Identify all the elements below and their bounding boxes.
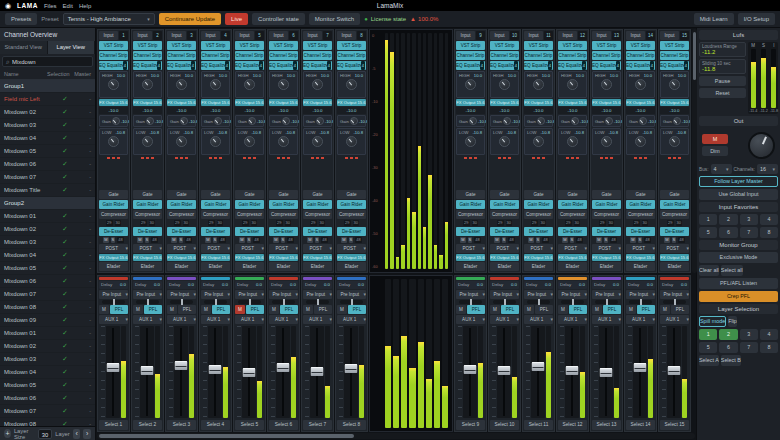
select-button[interactable]: Select 15 <box>660 420 689 430</box>
bus-select[interactable]: 4▾ <box>711 164 732 174</box>
efader-button[interactable]: Efader <box>660 262 689 271</box>
layer-next-button[interactable]: › <box>83 429 91 439</box>
gain-rider-button[interactable]: Gain Rider <box>660 200 689 209</box>
eq-button[interactable]: EQ Equalizer4 <box>235 61 264 70</box>
band-low-knob[interactable] <box>312 136 323 147</box>
fx-output-button[interactable]: FX Output 15.6 <box>303 99 332 106</box>
eq-button[interactable]: EQ Equalizer4 <box>201 61 230 70</box>
compressor-button[interactable]: Compressor <box>133 210 162 219</box>
eq-button[interactable]: EQ Equalizer4 <box>303 61 332 70</box>
input-button[interactable]: Input <box>269 31 288 40</box>
fader-cap[interactable] <box>141 366 154 375</box>
gain-rider-button[interactable]: Gain Rider <box>524 200 553 209</box>
fx-output-button-2[interactable]: FX Output 15.6 <box>456 254 485 261</box>
check-icon[interactable]: ✓ <box>53 329 77 337</box>
monitor-mute-button[interactable]: M <box>702 134 728 144</box>
vst-strip-button[interactable]: VST Strip <box>558 41 587 50</box>
vst-strip-button[interactable]: VST Strip <box>626 41 655 50</box>
gain-rider-button[interactable]: Gain Rider <box>558 200 587 209</box>
efader-button[interactable]: Efader <box>490 262 519 271</box>
post-select[interactable]: POST▾ <box>133 244 162 253</box>
fx-output-button-2[interactable]: FX Output 15.6 <box>626 254 655 261</box>
channel-strip-button[interactable]: Channel Strip <box>660 51 689 60</box>
pfl-button[interactable]: PFL <box>246 305 264 314</box>
gain-knob[interactable] <box>503 117 511 125</box>
post-select[interactable]: POST▾ <box>303 244 332 253</box>
gate-button[interactable]: Gate <box>133 190 162 199</box>
layer-button[interactable]: 6 <box>719 342 737 353</box>
efader-button[interactable]: Efader <box>337 262 366 271</box>
gain-rider-button[interactable]: Gain Rider <box>626 200 655 209</box>
vst-strip-button[interactable]: VST Strip <box>490 41 519 50</box>
band-high-knob[interactable] <box>346 79 357 90</box>
efader-button[interactable]: Efader <box>456 262 485 271</box>
eq-button[interactable]: EQ Equalizer4 <box>133 61 162 70</box>
input-button[interactable]: Input <box>201 31 220 40</box>
check-icon[interactable]: ✓ <box>53 95 77 103</box>
pan-slider[interactable] <box>629 300 652 304</box>
pre-input-select[interactable]: Pre Input▾ <box>660 290 689 299</box>
menu-files[interactable]: Files <box>44 3 57 9</box>
layer-button[interactable]: 5 <box>699 342 717 353</box>
select-button[interactable]: Select 3 <box>167 420 196 430</box>
list-item[interactable]: Mixdown 06✓- <box>0 158 95 171</box>
compressor-button[interactable]: Compressor <box>235 210 264 219</box>
mute-button[interactable]: M <box>626 305 636 314</box>
deesser-button[interactable]: De-Esser <box>303 227 332 236</box>
eq-button[interactable]: EQ Equalizer4 <box>337 61 366 70</box>
channels-select[interactable]: 16▾ <box>757 164 778 174</box>
post-select[interactable]: POST▾ <box>558 244 587 253</box>
post-select[interactable]: POST▾ <box>626 244 655 253</box>
deesser-button[interactable]: De-Esser <box>592 227 621 236</box>
spill-mode-button[interactable]: Spill mode <box>699 316 726 327</box>
gain-knob[interactable] <box>112 117 120 125</box>
mute-button[interactable]: M <box>269 305 279 314</box>
check-icon[interactable]: ✓ <box>53 381 77 389</box>
gate-button[interactable]: Gate <box>592 190 621 199</box>
fx-output-button[interactable]: FX Output 15.6 <box>99 99 128 106</box>
channel-strip-button[interactable]: Channel Strip <box>456 51 485 60</box>
compressor-button[interactable]: Compressor <box>626 210 655 219</box>
fx-output-button[interactable]: FX Output 15.6 <box>201 99 230 106</box>
pfl-button[interactable]: PFL <box>178 305 196 314</box>
layer-button[interactable]: 3 <box>740 329 758 340</box>
input-button[interactable]: Input <box>558 31 577 40</box>
pre-input-select[interactable]: Pre Input▾ <box>133 290 162 299</box>
band-low-knob[interactable] <box>567 136 578 147</box>
pan-thumb[interactable] <box>674 299 676 305</box>
channel-strip-button[interactable]: Channel Strip <box>558 51 587 60</box>
compressor-button[interactable]: Compressor <box>660 210 689 219</box>
channel-strip-button[interactable]: Channel Strip <box>269 51 298 60</box>
add-icon[interactable]: + <box>4 429 11 438</box>
check-icon[interactable]: ✓ <box>53 238 77 246</box>
channel-strip-button[interactable]: Channel Strip <box>201 51 230 60</box>
pan-thumb[interactable] <box>317 299 319 305</box>
fader-cap[interactable] <box>600 368 613 377</box>
pre-input-select[interactable]: Pre Input▾ <box>592 290 621 299</box>
pan-slider[interactable] <box>238 300 261 304</box>
gain-knob[interactable] <box>469 117 477 125</box>
compressor-button[interactable]: Compressor <box>558 210 587 219</box>
favorite-button[interactable]: 2 <box>719 214 737 225</box>
tab-layer-view[interactable]: Layer View <box>48 41 96 54</box>
list-item[interactable]: Mixdown 06✓- <box>0 275 95 288</box>
aux-select[interactable]: AUX 1▾ <box>99 315 128 324</box>
favorite-button[interactable]: 8 <box>760 227 778 238</box>
list-item[interactable]: Group2 <box>0 197 95 210</box>
vertical-scrollbar-thumb[interactable] <box>693 32 696 80</box>
input-button[interactable]: Input <box>235 31 254 40</box>
select-button[interactable]: Select 8 <box>337 420 366 430</box>
input-button[interactable]: Input <box>133 31 152 40</box>
io-setup-button[interactable]: I/O Setup <box>738 13 775 25</box>
input-button[interactable]: Input <box>524 31 543 40</box>
fader-track[interactable] <box>463 326 477 418</box>
vst-strip-button[interactable]: VST Strip <box>167 41 196 50</box>
layer-button[interactable]: 4 <box>760 329 778 340</box>
gate-button[interactable]: Gate <box>235 190 264 199</box>
pan-thumb[interactable] <box>606 299 608 305</box>
deesser-button[interactable]: De-Esser <box>167 227 196 236</box>
pfl-button[interactable]: PFL <box>569 305 587 314</box>
post-select[interactable]: POST▾ <box>269 244 298 253</box>
band-high-knob[interactable] <box>465 79 476 90</box>
layer-button[interactable]: 8 <box>760 342 778 353</box>
